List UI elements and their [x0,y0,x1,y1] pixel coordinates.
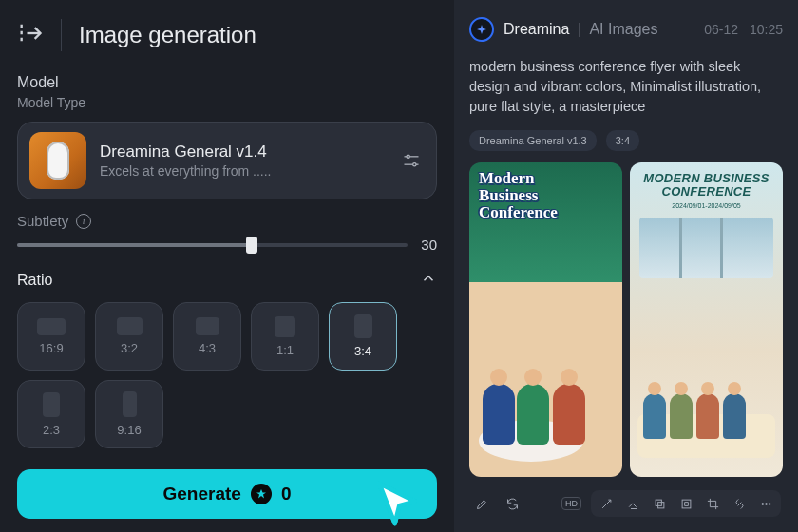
model-thumbnail [29,132,86,189]
model-name: Dreamina General v1.4 [100,142,385,162]
cursor-icon [370,477,424,532]
ratio-option-label: 4:3 [199,341,216,355]
model-selector[interactable]: Dreamina General v1.4 Excels at everythi… [17,122,437,200]
wand-icon[interactable] [596,493,617,514]
erase-icon[interactable] [622,493,643,514]
chevron-up-icon[interactable] [420,270,437,291]
crop-icon[interactable] [702,493,723,514]
model-type-label: Model Type [17,95,437,110]
ratio-option-3-4[interactable]: 3:4 [329,302,397,370]
ratio-option-3-2[interactable]: 3:2 [95,302,163,370]
dreamina-logo-icon [469,17,494,42]
result-time: 10:25 [750,22,783,37]
layers-icon[interactable] [649,493,670,514]
subtlety-value: 30 [421,237,437,253]
result-tag-ratio[interactable]: 3:4 [606,130,639,151]
svg-rect-6 [656,500,661,505]
svg-point-0 [407,155,409,158]
header-separator [61,19,62,51]
model-description: Excels at everything from ..... [100,163,385,179]
hd-badge[interactable]: HD [561,497,581,510]
svg-point-10 [765,503,767,504]
svg-point-3 [413,163,416,166]
svg-rect-7 [657,502,663,507]
result-tag-model[interactable]: Dreamina General v1.3 [469,130,597,151]
ratio-option-16-9[interactable]: 16:9 [17,302,86,370]
result-date: 06-12 [704,22,738,37]
ratio-option-label: 9:16 [117,423,141,437]
generate-button[interactable]: Generate 0 [17,469,437,519]
ratio-option-2-3[interactable]: 2:3 [17,380,86,448]
subtlety-slider[interactable] [17,243,408,247]
result-image-1[interactable]: Modern Business Conference [469,162,622,477]
generate-label: Generate [163,484,241,504]
ratio-option-4-3[interactable]: 4:3 [173,302,241,370]
result-brand: Dreamina | AI Images [504,21,657,38]
edit-icon[interactable] [471,493,492,514]
svg-point-9 [761,503,763,504]
link-icon[interactable] [729,493,750,514]
expand-icon[interactable] [675,493,696,514]
ratio-option-label: 16:9 [39,341,63,355]
ratio-option-9-16[interactable]: 9:16 [95,380,163,448]
info-icon[interactable]: i [76,214,91,229]
ratio-option-1-1[interactable]: 1:1 [251,302,319,370]
ratio-label: Ratio [17,272,52,289]
result-image-2[interactable]: MODERN BUSINESS CONFERENCE 2024/09/01-20… [630,162,783,477]
result-prompt: modern business conference flyer with sl… [469,57,783,117]
ratio-option-label: 3:2 [121,341,138,355]
model-section-label: Model [17,74,437,91]
model-settings-icon[interactable] [398,147,425,174]
svg-rect-8 [682,500,691,508]
collapse-icon[interactable] [17,20,44,50]
ratio-option-label: 3:4 [354,344,371,358]
subtlety-label: Subtlety [17,213,68,229]
ratio-option-label: 2:3 [43,423,60,437]
credit-icon [251,484,272,504]
svg-point-11 [769,503,770,504]
more-icon[interactable] [755,493,776,514]
generate-cost: 0 [281,484,292,504]
refresh-icon[interactable] [502,493,522,514]
ratio-option-label: 1:1 [276,343,294,357]
page-title: Image generation [79,22,256,48]
